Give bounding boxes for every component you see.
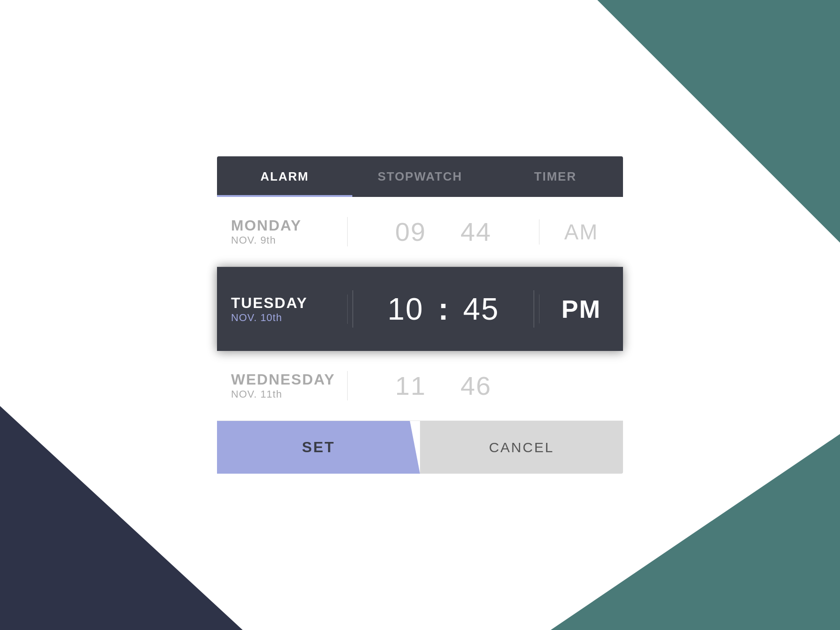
bg-teal-top-right bbox=[597, 0, 840, 243]
time-area-wednesday: 11 46 bbox=[348, 371, 539, 401]
time-area-monday: 09 44 bbox=[348, 217, 539, 247]
minute-col-wednesday: 46 bbox=[448, 371, 504, 401]
picker-row-monday[interactable]: MONDAY NOV. 9th 09 44 AM bbox=[217, 197, 623, 267]
ampm-col-monday: AM bbox=[539, 219, 623, 245]
vline-right bbox=[533, 290, 534, 328]
picker-area: MONDAY NOV. 9th 09 44 AM TUESDAY NOV. 10… bbox=[217, 197, 623, 421]
minute-col-tuesday: 45 bbox=[453, 291, 509, 327]
colon-tuesday: : bbox=[438, 291, 448, 327]
button-row: SET CANCEL bbox=[217, 421, 623, 474]
bg-navy-bottom-left bbox=[0, 406, 243, 630]
tab-alarm[interactable]: ALARM bbox=[217, 156, 352, 197]
tab-bar: ALARM STOPWATCH TIMER bbox=[217, 156, 623, 197]
cancel-button[interactable]: CANCEL bbox=[420, 421, 623, 474]
hour-col-tuesday: 10 bbox=[378, 291, 434, 327]
day-col-wednesday: WEDNESDAY NOV. 11th bbox=[217, 371, 348, 400]
alarm-dialog: ALARM STOPWATCH TIMER MONDAY NOV. 9th 09… bbox=[217, 156, 623, 474]
picker-row-tuesday[interactable]: TUESDAY NOV. 10th 10 : 45 PM bbox=[217, 267, 623, 351]
ampm-col-tuesday: PM bbox=[539, 294, 623, 323]
tab-timer[interactable]: TIMER bbox=[488, 156, 623, 197]
tab-stopwatch[interactable]: STOPWATCH bbox=[352, 156, 488, 197]
time-area-tuesday: 10 : 45 bbox=[358, 291, 529, 327]
minute-col-monday: 44 bbox=[448, 217, 504, 247]
set-button[interactable]: SET bbox=[217, 421, 420, 474]
picker-row-wednesday[interactable]: WEDNESDAY NOV. 11th 11 46 bbox=[217, 351, 623, 421]
hour-col-wednesday: 11 bbox=[383, 371, 439, 401]
day-col-monday: MONDAY NOV. 9th bbox=[217, 217, 348, 246]
hour-col-monday: 09 bbox=[383, 217, 439, 247]
day-col-tuesday: TUESDAY NOV. 10th bbox=[217, 294, 348, 324]
vline-left bbox=[352, 290, 353, 328]
